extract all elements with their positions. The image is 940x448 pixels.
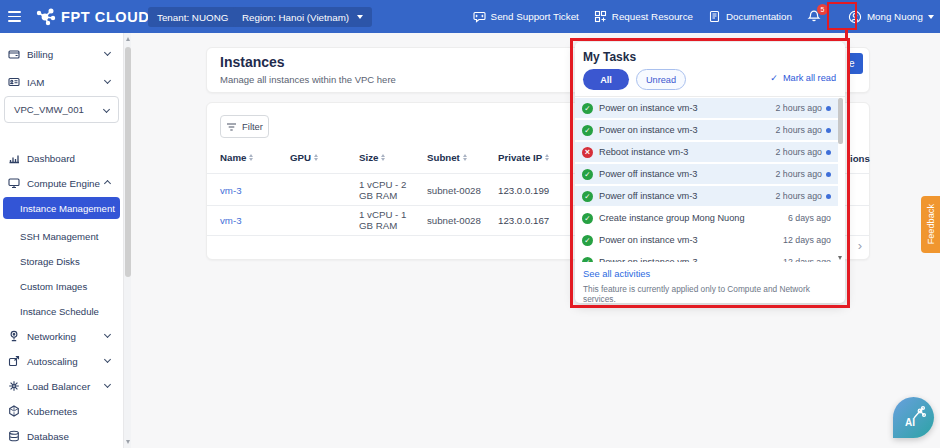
sidebar-item-label: Kubernetes: [27, 406, 77, 417]
instance-name-link[interactable]: vm-3: [220, 215, 242, 226]
task-text: Reboot instance vm-3: [599, 147, 688, 157]
column-header-size[interactable]: Size: [359, 152, 385, 163]
mark-all-read-button[interactable]: Mark all read: [770, 73, 836, 83]
vpc-selector[interactable]: VPC_VMW_001: [4, 96, 119, 123]
sidebar-item-load-balancer[interactable]: Load Balancer: [0, 378, 123, 394]
sidebar-item-database[interactable]: Database: [0, 428, 123, 444]
private-ip-cell: 123.0.0.167: [498, 215, 549, 226]
sidebar-item-label: Storage Disks: [20, 256, 80, 267]
sort-icon: [249, 154, 253, 162]
task-item[interactable]: Reboot instance vm-3 2 hours ago: [575, 142, 838, 162]
hamburger-menu-icon[interactable]: [8, 11, 21, 22]
scroll-up-arrow-icon[interactable]: [126, 37, 130, 41]
sidebar-scrollbar[interactable]: [123, 33, 131, 448]
column-header-name[interactable]: Name: [220, 152, 253, 163]
sidebar-item-instance-schedule[interactable]: Instance Schedule: [0, 303, 123, 319]
panel-title: My Tasks: [583, 50, 636, 64]
ai-molecule-icon: AI: [901, 405, 927, 431]
task-text: Power on instance vm-3: [599, 125, 698, 135]
sidebar-item-compute-engine[interactable]: Compute Engine: [0, 175, 123, 191]
error-icon: [582, 147, 593, 158]
create-button-visible-text: e: [849, 58, 855, 69]
user-avatar-icon: [848, 10, 862, 24]
send-support-ticket-link[interactable]: Send Support Ticket: [473, 10, 579, 23]
sidebar-item-label: SSH Management: [20, 231, 98, 242]
sidebar-item-instance-management[interactable]: Instance Management: [3, 197, 120, 219]
task-text: Power on instance vm-3: [599, 235, 698, 245]
sidebar-item-label: Instance Schedule: [20, 306, 99, 317]
tasks-scrollbar[interactable]: [838, 98, 843, 264]
tab-unread[interactable]: Unread: [636, 69, 686, 90]
notifications-bell-button[interactable]: 5: [807, 9, 821, 24]
network-globe-icon: [8, 330, 20, 342]
column-header-subnet[interactable]: Subnet: [427, 152, 467, 163]
task-time: 12 days ago: [783, 257, 831, 262]
scroll-down-arrow-icon[interactable]: [126, 440, 130, 444]
subnet-cell: subnet-0028: [427, 185, 481, 196]
wallet-icon: [8, 48, 20, 60]
sidebar-item-iam[interactable]: IAM: [0, 74, 123, 90]
region-selector[interactable]: Region: Hanoi (Vietnam): [233, 7, 372, 27]
filter-button[interactable]: Filter: [220, 115, 269, 138]
user-menu[interactable]: Mong Nuong: [848, 10, 934, 24]
unread-dot: [826, 150, 831, 155]
user-name: Mong Nuong: [867, 11, 923, 22]
sidebar-item-ssh-management[interactable]: SSH Management: [0, 228, 123, 244]
tab-unread-label: Unread: [646, 75, 676, 85]
feedback-tab[interactable]: Feedback: [921, 196, 940, 253]
sidebar-item-billing[interactable]: Billing: [0, 46, 123, 62]
documentation-link[interactable]: Documentation: [708, 10, 792, 23]
request-resource-link[interactable]: Request Resource: [594, 10, 693, 23]
sidebar-item-label: Dashboard: [27, 153, 75, 164]
size-cell: 1 vCPU - 2 GB RAM: [359, 179, 417, 201]
sort-icon: [381, 154, 385, 162]
ai-assistant-fab[interactable]: AI: [893, 397, 934, 438]
sidebar-item-dashboard[interactable]: Dashboard: [0, 150, 123, 166]
unread-dot: [826, 194, 831, 199]
column-header-actions-partial: ions: [850, 153, 870, 164]
task-item[interactable]: Power on instance vm-3 12 days ago: [575, 252, 838, 262]
unread-dot: [826, 106, 831, 111]
panel-footnote: This feature is currently applied only t…: [583, 284, 839, 304]
task-time: 2 hours ago: [776, 147, 822, 157]
task-item[interactable]: Power on instance vm-3 2 hours ago: [575, 120, 838, 140]
sidebar-item-networking[interactable]: Networking: [0, 328, 123, 344]
divider: [575, 96, 845, 97]
app-window: FPT CLOUD Tenant: NUONG Region: Hanoi (V…: [0, 0, 940, 448]
success-icon: [582, 213, 593, 224]
column-header-label: Subnet: [427, 152, 460, 163]
column-header-private-ip[interactable]: Private IP: [498, 152, 549, 163]
column-header-label: GPU: [290, 152, 311, 163]
create-instance-button-partial[interactable]: e: [849, 53, 863, 74]
logo-text: FPT CLOUD: [61, 9, 149, 25]
sidebar-item-kubernetes[interactable]: Kubernetes: [0, 403, 123, 419]
sidebar-item-autoscaling[interactable]: Autoscaling: [0, 353, 123, 369]
task-item[interactable]: Create instance group Mong Nuong 6 days …: [575, 208, 838, 228]
my-tasks-panel: My Tasks All Unread Mark all read Power …: [575, 42, 845, 303]
scrollbar-thumb[interactable]: [838, 98, 843, 144]
see-all-activities-link[interactable]: See all activities: [583, 268, 650, 279]
tab-all[interactable]: All: [583, 69, 629, 90]
task-text: Power off instance vm-3: [599, 169, 697, 179]
brand-logo: FPT CLOUD: [36, 0, 149, 33]
task-item[interactable]: Power off instance vm-3 2 hours ago: [575, 164, 838, 184]
column-header-gpu[interactable]: GPU: [290, 152, 318, 163]
success-icon: [582, 257, 593, 263]
sidebar-item-storage-disks[interactable]: Storage Disks: [0, 253, 123, 269]
database-icon: [8, 430, 20, 442]
task-item[interactable]: Power on instance vm-3 2 hours ago: [575, 98, 838, 118]
instance-name-link[interactable]: vm-3: [220, 185, 242, 196]
sidebar-item-custom-images[interactable]: Custom Images: [0, 278, 123, 294]
tenant-selector-label: Tenant: NUONG: [157, 12, 228, 23]
task-item[interactable]: Power off instance vm-3 2 hours ago: [575, 186, 838, 206]
task-item[interactable]: Power on instance vm-3 12 days ago: [575, 230, 838, 250]
subnet-cell: subnet-0028: [427, 215, 481, 226]
scroll-down-arrow-icon[interactable]: [838, 256, 842, 260]
next-page-button[interactable]: [852, 238, 868, 254]
ai-fab-text: AI: [905, 417, 915, 428]
scrollbar-thumb[interactable]: [125, 47, 131, 277]
task-time: 2 hours ago: [776, 191, 822, 201]
column-header-label: Private IP: [498, 152, 542, 163]
bar-chart-icon: [8, 152, 20, 164]
task-time: 2 hours ago: [776, 125, 822, 135]
